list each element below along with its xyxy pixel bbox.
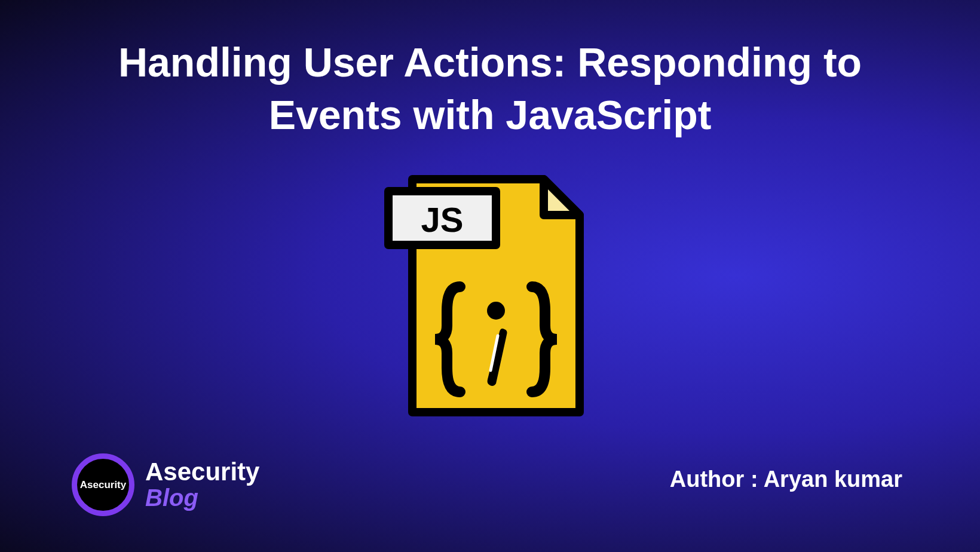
logo-text-line2: Blog (145, 484, 259, 511)
author-credit: Author : Aryan kumar (670, 467, 902, 492)
site-logo: Asecurity Asecurity Blog (72, 453, 259, 516)
js-file-icon: JS (376, 155, 604, 433)
page-title: Handling User Actions: Responding to Eve… (0, 36, 980, 142)
logo-badge: Asecurity (72, 453, 134, 516)
logo-badge-text: Asecurity (80, 479, 126, 491)
js-label: JS (421, 200, 464, 239)
logo-text-line1: Asecurity (145, 459, 259, 484)
svg-point-1 (487, 302, 505, 320)
